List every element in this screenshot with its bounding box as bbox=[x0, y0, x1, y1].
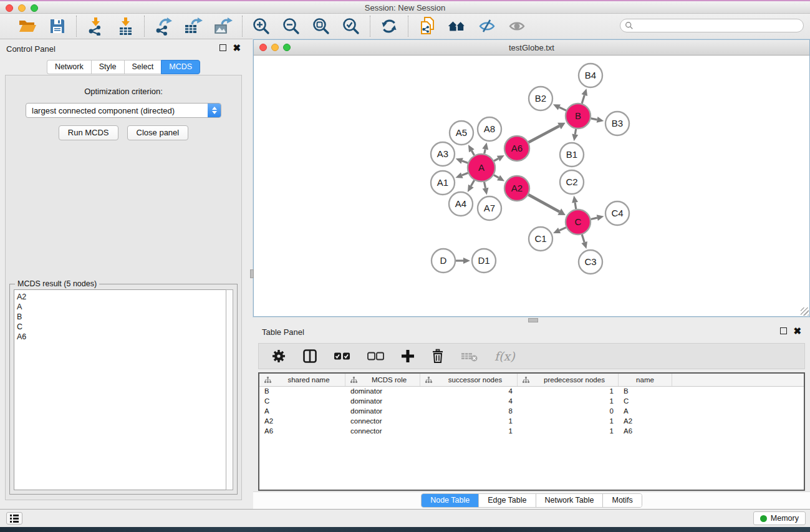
tab-network-table[interactable]: Network Table bbox=[536, 494, 604, 507]
table-cell[interactable]: C bbox=[619, 397, 672, 407]
save-icon[interactable] bbox=[47, 16, 67, 36]
zoom-fit-icon[interactable] bbox=[311, 16, 331, 36]
table-row[interactable]: A2connector11A2 bbox=[259, 417, 804, 427]
table-row[interactable]: Bdominator41B bbox=[259, 387, 804, 397]
graph-edge-A-A5[interactable] bbox=[471, 151, 474, 155]
graph-edge-A-A1[interactable] bbox=[462, 173, 468, 175]
table-cell[interactable]: C bbox=[259, 397, 345, 407]
table-cell[interactable]: 8 bbox=[420, 407, 518, 417]
network-canvas[interactable]: B4B2BB3A5A8A6B1A3AA1C2A2A4A7C4CC1DD1C3 bbox=[254, 56, 809, 316]
optimization-criterion-dropdown[interactable]: largest connected component (directed) bbox=[26, 103, 221, 118]
table-cell[interactable]: B bbox=[619, 387, 672, 397]
table-cell[interactable]: 4 bbox=[420, 397, 518, 407]
table-cell[interactable]: 1 bbox=[420, 427, 518, 437]
mcds-result-item[interactable]: A2 bbox=[17, 292, 226, 302]
mcds-result-item[interactable]: B bbox=[17, 312, 226, 322]
resize-grip-icon[interactable] bbox=[801, 307, 809, 316]
tab-edge-table[interactable]: Edge Table bbox=[479, 494, 536, 507]
float-table-panel-icon[interactable] bbox=[780, 327, 787, 334]
hide-icon[interactable] bbox=[477, 16, 497, 36]
columns-icon[interactable] bbox=[302, 349, 317, 364]
graph-edge-C-C4[interactable] bbox=[591, 218, 597, 219]
zoom-selected-icon[interactable] bbox=[341, 16, 361, 36]
tab-mcds[interactable]: MCDS bbox=[161, 60, 200, 74]
close-panel-button[interactable]: Close panel bbox=[127, 125, 189, 140]
tab-network[interactable]: Network bbox=[47, 60, 91, 74]
memory-button[interactable]: Memory bbox=[753, 511, 806, 525]
table-cell[interactable]: connector bbox=[345, 417, 420, 427]
refresh-icon[interactable] bbox=[379, 16, 399, 36]
graph-edge-C-C3[interactable] bbox=[582, 235, 584, 242]
table-cell[interactable]: A6 bbox=[619, 427, 672, 437]
gear-icon[interactable] bbox=[271, 349, 286, 364]
table-cell[interactable]: 1 bbox=[420, 417, 518, 427]
table-row[interactable]: Cdominator41C bbox=[259, 397, 804, 407]
table-cell[interactable]: A bbox=[259, 407, 345, 417]
table-cell[interactable]: dominator bbox=[345, 387, 420, 397]
tab-select[interactable]: Select bbox=[124, 60, 162, 74]
table-cell[interactable]: 0 bbox=[518, 407, 619, 417]
vertical-splitter-handle[interactable] bbox=[250, 269, 254, 278]
graph-edge-B-B3[interactable] bbox=[591, 118, 597, 120]
graph-edge-A-A7[interactable] bbox=[485, 182, 486, 188]
tab-node-table[interactable]: Node Table bbox=[422, 494, 479, 507]
eye-icon[interactable] bbox=[507, 16, 527, 36]
table-cell[interactable]: 1 bbox=[518, 417, 619, 427]
home-icon[interactable] bbox=[447, 16, 467, 36]
column-header-successor-nodes[interactable]: successor nodes bbox=[420, 374, 518, 386]
graph-edge-A6-B[interactable] bbox=[529, 126, 559, 142]
mcds-result-item[interactable]: A bbox=[17, 302, 226, 312]
table-cell[interactable]: A2 bbox=[619, 417, 672, 427]
select-all-icon[interactable] bbox=[334, 352, 351, 360]
open-folder-icon[interactable] bbox=[17, 16, 37, 36]
column-header-MCDS-role[interactable]: MCDS role bbox=[345, 374, 420, 386]
column-header-shared-name[interactable]: shared name bbox=[259, 374, 345, 386]
import-network-icon[interactable] bbox=[85, 16, 105, 36]
tab-style[interactable]: Style bbox=[91, 60, 124, 74]
search-field[interactable] bbox=[620, 19, 804, 32]
export-network-icon[interactable] bbox=[153, 16, 173, 36]
add-icon[interactable] bbox=[401, 349, 415, 363]
table-cell[interactable]: A6 bbox=[259, 427, 345, 437]
horizontal-splitter-handle[interactable] bbox=[528, 318, 538, 322]
zoom-in-icon[interactable] bbox=[251, 16, 271, 36]
graph-edge-B-B1[interactable] bbox=[575, 129, 576, 135]
close-panel-icon[interactable]: ✖ bbox=[233, 44, 241, 51]
column-header-predecessor-nodes[interactable]: predecessor nodes bbox=[518, 374, 619, 386]
run-mcds-button[interactable]: Run MCDS bbox=[59, 125, 118, 140]
graph-edge-A-A3[interactable] bbox=[462, 161, 468, 163]
table-cell[interactable]: A2 bbox=[259, 417, 345, 427]
table-cell[interactable]: 4 bbox=[420, 387, 518, 397]
trash-icon[interactable] bbox=[431, 349, 445, 364]
graph-edge-C-C1[interactable] bbox=[559, 228, 566, 231]
table-cell[interactable]: dominator bbox=[345, 397, 420, 407]
table-cell[interactable]: dominator bbox=[345, 407, 420, 417]
mcds-result-list[interactable]: A2ABCA6 bbox=[14, 289, 226, 490]
graph-edge-C-C2[interactable] bbox=[575, 203, 576, 210]
graph-edge-A-A4[interactable] bbox=[471, 180, 474, 186]
export-image-icon[interactable] bbox=[213, 16, 233, 36]
deselect-all-icon[interactable] bbox=[367, 352, 385, 360]
graph-edge-A-A8[interactable] bbox=[485, 149, 486, 153]
tab-motifs[interactable]: Motifs bbox=[603, 494, 641, 507]
graph-edge-A-A6[interactable] bbox=[494, 158, 498, 161]
zoom-out-icon[interactable] bbox=[281, 16, 301, 36]
close-table-panel-icon[interactable]: ✖ bbox=[793, 327, 801, 334]
graph-edge-A2-C[interactable] bbox=[528, 195, 559, 211]
mcds-result-item[interactable]: C bbox=[17, 322, 226, 332]
graph-edge-B-B4[interactable] bbox=[582, 95, 584, 104]
table-cell[interactable]: connector bbox=[345, 427, 420, 437]
table-cell[interactable]: 1 bbox=[518, 427, 619, 437]
table-cell[interactable]: A bbox=[619, 407, 672, 417]
float-panel-icon[interactable] bbox=[219, 44, 226, 51]
table-row[interactable]: Adominator80A bbox=[259, 407, 804, 417]
table-cell[interactable]: B bbox=[259, 387, 345, 397]
column-header-name[interactable]: name bbox=[619, 374, 672, 386]
table-cell[interactable]: 1 bbox=[518, 397, 619, 407]
mcds-list-scrollbar[interactable] bbox=[226, 289, 233, 490]
export-table-icon[interactable] bbox=[183, 16, 203, 36]
table-row[interactable]: A6connector11A6 bbox=[259, 427, 804, 437]
task-history-icon[interactable] bbox=[6, 512, 22, 525]
search-input[interactable] bbox=[634, 20, 803, 31]
graph-edge-B-B2[interactable] bbox=[559, 107, 566, 110]
